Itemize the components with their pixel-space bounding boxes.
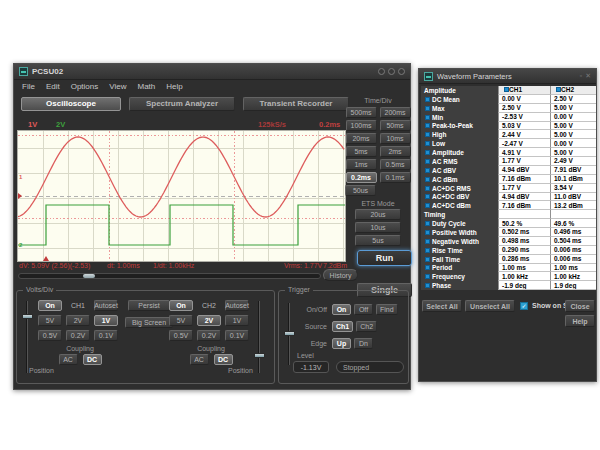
ch1-position-thumb[interactable] — [22, 314, 33, 319]
timediv-20ms-button[interactable]: 20ms — [346, 133, 377, 144]
ch2-range-02v-button[interactable]: 0.2V — [197, 330, 221, 341]
ch1-autoset-button[interactable]: Autoset — [94, 300, 118, 311]
tab-spectrumanalyzer[interactable]: Spectrum Analyzer — [129, 97, 235, 111]
param-icon[interactable] — [425, 194, 430, 199]
menu-file[interactable]: File — [22, 82, 35, 91]
show-on-screen-checkbox[interactable]: ✓ — [520, 302, 528, 310]
ch2-on-button[interactable]: On — [169, 300, 193, 311]
param-icon[interactable] — [425, 265, 430, 270]
run-button[interactable]: Run — [357, 250, 412, 266]
scope-display[interactable]: 12 — [17, 130, 346, 262]
timediv-10ms-button[interactable]: 10ms — [380, 133, 411, 144]
ets-5us-button[interactable]: 5us — [355, 235, 401, 246]
timediv-50us-button[interactable]: 50us — [345, 185, 376, 196]
params-restore-button[interactable]: ▫ — [580, 72, 582, 80]
trigger-edge-dn-button[interactable]: Dn — [354, 338, 373, 349]
timediv-50ms-button[interactable]: 50ms — [380, 120, 411, 131]
timediv-100ms-button[interactable]: 100ms — [346, 120, 377, 131]
menu-edit[interactable]: Edit — [46, 82, 60, 91]
trigger-level-slider[interactable] — [284, 303, 295, 365]
param-icon[interactable] — [425, 177, 430, 182]
ch1-coupling-dc-button[interactable]: DC — [83, 354, 102, 365]
unselect-all-button[interactable]: Unselect All — [465, 300, 515, 312]
history-button[interactable]: History — [323, 269, 358, 281]
param-icon[interactable] — [425, 159, 430, 164]
params-close-button[interactable]: ✕ — [585, 72, 591, 80]
param-icon[interactable] — [425, 150, 430, 155]
params-window-icon — [424, 72, 433, 81]
select-all-button[interactable]: Select All — [422, 300, 462, 312]
param-icon[interactable] — [425, 106, 430, 111]
param-icon[interactable] — [425, 239, 430, 244]
params-titlebar[interactable]: Waveform Parameters ▫ ✕ — [419, 69, 596, 84]
menu-view[interactable]: View — [109, 82, 126, 91]
param-icon[interactable] — [425, 230, 430, 235]
timediv-05ms-button[interactable]: 0.5ms — [380, 159, 411, 170]
param-icon[interactable] — [425, 97, 430, 102]
ch1-position-slider[interactable] — [22, 301, 33, 373]
scrollbar-thumb[interactable] — [83, 274, 95, 278]
menu-help[interactable]: Help — [166, 82, 182, 91]
ch1-range-2v-button[interactable]: 2V — [66, 315, 90, 326]
ch1-on-button[interactable]: On — [38, 300, 62, 311]
param-icon[interactable] — [425, 203, 430, 208]
ch1-range-1v-button[interactable]: 1V — [94, 315, 118, 326]
ch2-range-2v-button[interactable]: 2V — [197, 315, 221, 326]
ch2-range-01v-button[interactable]: 0.1V — [225, 330, 249, 341]
position-scrollbar[interactable] — [18, 273, 321, 279]
timediv-200ms-button[interactable]: 200ms — [380, 107, 411, 118]
tab-oscilloscope[interactable]: Oscilloscope — [21, 97, 121, 111]
ch1-range-5v-button[interactable]: 5V — [38, 315, 62, 326]
ets-20us-button[interactable]: 20us — [355, 209, 401, 220]
trigger-onoff-on-button[interactable]: On — [332, 304, 351, 315]
main-titlebar[interactable]: PCSU02 — [14, 64, 410, 80]
ch2-position-thumb[interactable] — [254, 353, 265, 358]
param-icon[interactable] — [425, 132, 430, 137]
ch2-position-slider[interactable] — [254, 301, 265, 373]
menu-math[interactable]: Math — [137, 82, 155, 91]
timediv-02ms-button[interactable]: 0.2ms — [346, 172, 377, 183]
tab-transientrecorder[interactable]: Transient Recorder — [243, 97, 349, 111]
trigger-onoff-find-button[interactable]: Find — [376, 304, 398, 315]
persist-button[interactable]: Persist — [128, 300, 170, 311]
trigger-onoff-off-button[interactable]: Off — [354, 304, 373, 315]
params-help-button[interactable]: Help — [565, 315, 595, 327]
minimize-button[interactable] — [378, 68, 385, 75]
big-screen-button[interactable]: Big Screen — [125, 317, 173, 328]
param-icon[interactable] — [425, 221, 430, 226]
trigger-source-ch1-button[interactable]: Ch1 — [332, 321, 353, 332]
timediv-1ms-button[interactable]: 1ms — [346, 159, 377, 170]
param-icon[interactable] — [425, 123, 430, 128]
param-icon[interactable] — [425, 141, 430, 146]
param-icon[interactable] — [425, 168, 430, 173]
trigger-source-ch2-button[interactable]: Ch2 — [356, 321, 377, 332]
ch2-autoset-button[interactable]: Autoset — [225, 300, 249, 311]
ch2-coupling-ac-button[interactable]: AC — [190, 354, 209, 365]
param-row: Low-2.47 V0.00 V — [421, 139, 596, 148]
param-icon[interactable] — [425, 274, 430, 279]
ch2-range-05v-button[interactable]: 0.5V — [169, 330, 193, 341]
ch1-range-01v-button[interactable]: 0.1V — [94, 330, 118, 341]
ch1-coupling-ac-button[interactable]: AC — [59, 354, 78, 365]
timediv-5ms-button[interactable]: 5ms — [346, 146, 377, 157]
timediv-2ms-button[interactable]: 2ms — [380, 146, 411, 157]
ets-10us-button[interactable]: 10us — [355, 222, 401, 233]
ch1-range-05v-button[interactable]: 0.5V — [38, 330, 62, 341]
param-icon[interactable] — [425, 257, 430, 262]
ch2-range-1v-button[interactable]: 1V — [225, 315, 249, 326]
maximize-button[interactable] — [388, 68, 395, 75]
timediv-500ms-button[interactable]: 500ms — [346, 107, 377, 118]
param-icon[interactable] — [425, 248, 430, 253]
timediv-01ms-button[interactable]: 0.1ms — [380, 172, 411, 183]
param-icon[interactable] — [425, 115, 430, 120]
ch2-range-5v-button[interactable]: 5V — [169, 315, 193, 326]
trigger-edge-up-button[interactable]: Up — [332, 338, 351, 349]
trigger-level-thumb[interactable] — [284, 331, 295, 336]
ch1-range-02v-button[interactable]: 0.2V — [66, 330, 90, 341]
menu-options[interactable]: Options — [71, 82, 99, 91]
ch2-coupling-dc-button[interactable]: DC — [214, 354, 233, 365]
close-button[interactable] — [398, 68, 405, 75]
param-icon[interactable] — [425, 283, 430, 288]
param-icon[interactable] — [425, 186, 430, 191]
params-close-button-bottom[interactable]: Close — [565, 300, 595, 312]
